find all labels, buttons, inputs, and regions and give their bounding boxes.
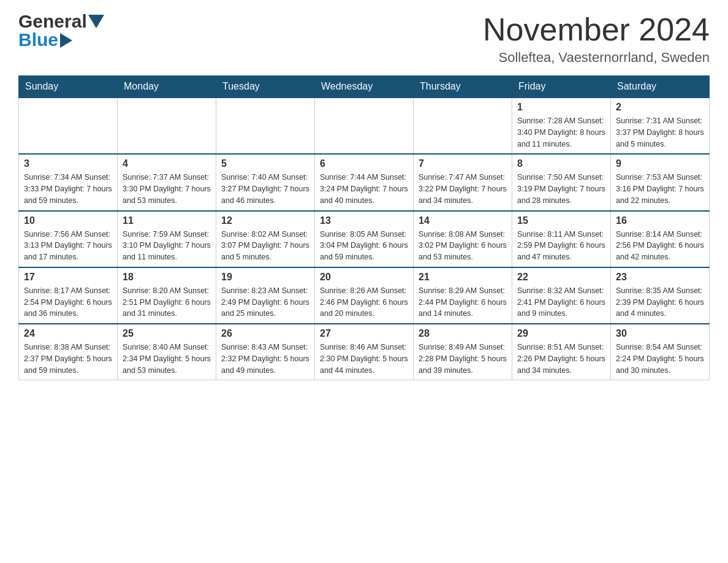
day-number: 18	[123, 272, 211, 283]
day-number: 24	[24, 328, 112, 339]
header-wednesday: Wednesday	[315, 76, 414, 98]
day-number: 28	[419, 328, 507, 339]
table-row: 9Sunrise: 7:53 AM Sunset: 3:16 PM Daylig…	[611, 154, 710, 210]
day-number: 4	[123, 158, 211, 169]
day-info: Sunrise: 8:54 AM Sunset: 2:24 PM Dayligh…	[616, 342, 704, 376]
calendar-table: Sunday Monday Tuesday Wednesday Thursday…	[18, 75, 710, 380]
svg-marker-0	[88, 15, 104, 28]
table-row: 17Sunrise: 8:17 AM Sunset: 2:54 PM Dayli…	[19, 267, 118, 324]
day-info: Sunrise: 8:35 AM Sunset: 2:39 PM Dayligh…	[616, 285, 704, 320]
header-tuesday: Tuesday	[216, 76, 315, 98]
location: Solleftea, Vaesternorrland, Sweden	[483, 50, 710, 66]
day-info: Sunrise: 7:47 AM Sunset: 3:22 PM Dayligh…	[419, 172, 507, 206]
day-info: Sunrise: 8:32 AM Sunset: 2:41 PM Dayligh…	[517, 285, 605, 320]
table-row: 14Sunrise: 8:08 AM Sunset: 3:02 PM Dayli…	[414, 211, 512, 267]
table-row: 23Sunrise: 8:35 AM Sunset: 2:39 PM Dayli…	[611, 267, 710, 324]
table-row: 7Sunrise: 7:47 AM Sunset: 3:22 PM Daylig…	[414, 154, 512, 210]
day-info: Sunrise: 7:59 AM Sunset: 3:10 PM Dayligh…	[123, 229, 211, 263]
table-row: 4Sunrise: 7:37 AM Sunset: 3:30 PM Daylig…	[118, 154, 216, 210]
header-monday: Monday	[118, 76, 216, 98]
page-header: General Blue November 2024 Solleftea, Va…	[18, 12, 710, 66]
day-number: 14	[419, 215, 507, 226]
table-row	[414, 98, 512, 154]
table-row	[118, 98, 216, 154]
day-info: Sunrise: 7:50 AM Sunset: 3:19 PM Dayligh…	[517, 172, 605, 206]
day-number: 7	[419, 158, 507, 169]
table-row: 2Sunrise: 7:31 AM Sunset: 3:37 PM Daylig…	[611, 98, 710, 154]
logo-blue: Blue	[18, 31, 58, 49]
day-info: Sunrise: 8:20 AM Sunset: 2:51 PM Dayligh…	[123, 285, 211, 320]
day-number: 1	[517, 102, 605, 113]
table-row: 12Sunrise: 8:02 AM Sunset: 3:07 PM Dayli…	[216, 211, 315, 267]
calendar-week-1: 1Sunrise: 7:28 AM Sunset: 3:40 PM Daylig…	[19, 98, 710, 154]
day-info: Sunrise: 8:08 AM Sunset: 3:02 PM Dayligh…	[419, 229, 507, 263]
day-info: Sunrise: 8:49 AM Sunset: 2:28 PM Dayligh…	[419, 342, 507, 376]
header-saturday: Saturday	[611, 76, 710, 98]
day-info: Sunrise: 7:31 AM Sunset: 3:37 PM Dayligh…	[616, 115, 704, 150]
table-row: 1Sunrise: 7:28 AM Sunset: 3:40 PM Daylig…	[512, 98, 611, 154]
title-section: November 2024 Solleftea, Vaesternorrland…	[483, 12, 710, 66]
table-row: 20Sunrise: 8:26 AM Sunset: 2:46 PM Dayli…	[315, 267, 414, 324]
day-info: Sunrise: 7:56 AM Sunset: 3:13 PM Dayligh…	[24, 229, 112, 263]
calendar-week-5: 24Sunrise: 8:38 AM Sunset: 2:37 PM Dayli…	[19, 324, 710, 380]
table-row: 19Sunrise: 8:23 AM Sunset: 2:49 PM Dayli…	[216, 267, 315, 324]
day-number: 23	[616, 272, 704, 283]
day-number: 2	[616, 102, 704, 113]
logo: General Blue	[18, 12, 104, 49]
day-number: 30	[616, 328, 704, 339]
day-number: 13	[320, 215, 408, 226]
table-row: 5Sunrise: 7:40 AM Sunset: 3:27 PM Daylig…	[216, 154, 315, 210]
table-row: 6Sunrise: 7:44 AM Sunset: 3:24 PM Daylig…	[315, 154, 414, 210]
day-number: 5	[221, 158, 309, 169]
day-info: Sunrise: 8:26 AM Sunset: 2:46 PM Dayligh…	[320, 285, 408, 320]
day-number: 3	[24, 158, 112, 169]
calendar-week-2: 3Sunrise: 7:34 AM Sunset: 3:33 PM Daylig…	[19, 154, 710, 210]
month-title: November 2024	[483, 12, 710, 47]
day-info: Sunrise: 8:43 AM Sunset: 2:32 PM Dayligh…	[221, 342, 309, 376]
day-number: 25	[123, 328, 211, 339]
day-number: 8	[517, 158, 605, 169]
day-info: Sunrise: 8:11 AM Sunset: 2:59 PM Dayligh…	[517, 229, 605, 263]
table-row: 13Sunrise: 8:05 AM Sunset: 3:04 PM Dayli…	[315, 211, 414, 267]
day-number: 20	[320, 272, 408, 283]
logo-general: General	[18, 12, 87, 31]
day-number: 19	[221, 272, 309, 283]
table-row	[216, 98, 315, 154]
day-info: Sunrise: 7:44 AM Sunset: 3:24 PM Dayligh…	[320, 172, 408, 206]
day-info: Sunrise: 8:17 AM Sunset: 2:54 PM Dayligh…	[24, 285, 112, 320]
table-row: 30Sunrise: 8:54 AM Sunset: 2:24 PM Dayli…	[611, 324, 710, 380]
day-number: 22	[517, 272, 605, 283]
table-row: 10Sunrise: 7:56 AM Sunset: 3:13 PM Dayli…	[19, 211, 118, 267]
table-row: 22Sunrise: 8:32 AM Sunset: 2:41 PM Dayli…	[512, 267, 611, 324]
day-info: Sunrise: 8:02 AM Sunset: 3:07 PM Dayligh…	[221, 229, 309, 263]
day-number: 27	[320, 328, 408, 339]
day-info: Sunrise: 7:37 AM Sunset: 3:30 PM Dayligh…	[123, 172, 211, 206]
table-row	[19, 98, 118, 154]
logo-arrow-icon	[60, 33, 72, 48]
table-row: 29Sunrise: 8:51 AM Sunset: 2:26 PM Dayli…	[512, 324, 611, 380]
day-info: Sunrise: 7:34 AM Sunset: 3:33 PM Dayligh…	[24, 172, 112, 206]
day-number: 10	[24, 215, 112, 226]
table-row: 26Sunrise: 8:43 AM Sunset: 2:32 PM Dayli…	[216, 324, 315, 380]
table-row: 24Sunrise: 8:38 AM Sunset: 2:37 PM Dayli…	[19, 324, 118, 380]
table-row: 21Sunrise: 8:29 AM Sunset: 2:44 PM Dayli…	[414, 267, 512, 324]
day-number: 17	[24, 272, 112, 283]
table-row: 8Sunrise: 7:50 AM Sunset: 3:19 PM Daylig…	[512, 154, 611, 210]
day-info: Sunrise: 8:14 AM Sunset: 2:56 PM Dayligh…	[616, 229, 704, 263]
header-friday: Friday	[512, 76, 611, 98]
header-thursday: Thursday	[414, 76, 512, 98]
day-info: Sunrise: 8:29 AM Sunset: 2:44 PM Dayligh…	[419, 285, 507, 320]
day-info: Sunrise: 8:05 AM Sunset: 3:04 PM Dayligh…	[320, 229, 408, 263]
table-row: 27Sunrise: 8:46 AM Sunset: 2:30 PM Dayli…	[315, 324, 414, 380]
day-info: Sunrise: 7:53 AM Sunset: 3:16 PM Dayligh…	[616, 172, 704, 206]
day-info: Sunrise: 8:38 AM Sunset: 2:37 PM Dayligh…	[24, 342, 112, 376]
day-info: Sunrise: 8:23 AM Sunset: 2:49 PM Dayligh…	[221, 285, 309, 320]
day-info: Sunrise: 8:40 AM Sunset: 2:34 PM Dayligh…	[123, 342, 211, 376]
day-info: Sunrise: 8:51 AM Sunset: 2:26 PM Dayligh…	[517, 342, 605, 376]
header-sunday: Sunday	[19, 76, 118, 98]
day-number: 21	[419, 272, 507, 283]
calendar-week-3: 10Sunrise: 7:56 AM Sunset: 3:13 PM Dayli…	[19, 211, 710, 267]
day-number: 6	[320, 158, 408, 169]
calendar-header-row: Sunday Monday Tuesday Wednesday Thursday…	[19, 76, 710, 98]
table-row: 25Sunrise: 8:40 AM Sunset: 2:34 PM Dayli…	[118, 324, 216, 380]
